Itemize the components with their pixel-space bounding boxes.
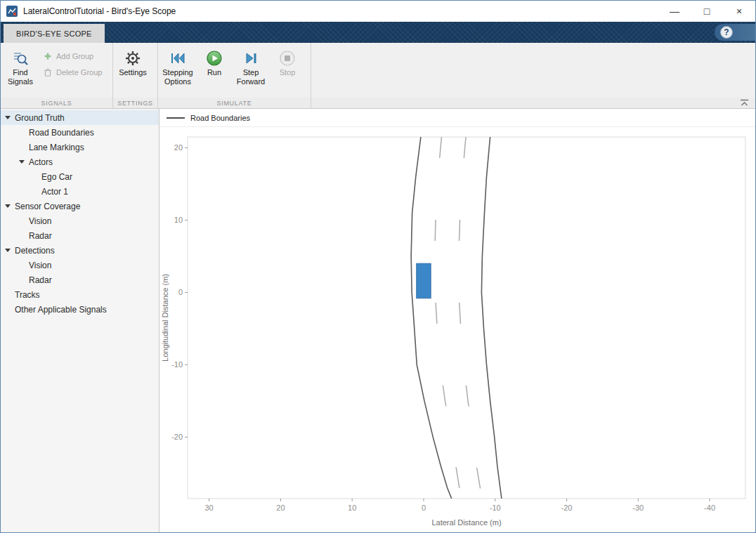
- tree-item-road-boundaries[interactable]: Road Boundaries: [1, 125, 159, 140]
- collapse-toolstrip-icon[interactable]: [739, 99, 750, 107]
- tree-item-other-applicable-signals[interactable]: Other Applicable Signals: [1, 302, 159, 317]
- delete-group-label: Delete Group: [56, 68, 102, 77]
- svg-text:-10: -10: [171, 360, 183, 369]
- stop-icon: [279, 48, 296, 68]
- toolbar-empty-area: [311, 43, 755, 98]
- toolstrip: Find Signals Add Group Delete Group: [1, 43, 755, 98]
- step-forward-label-1: Step: [243, 68, 259, 77]
- tree-item-detections-radar[interactable]: Radar: [1, 272, 159, 287]
- expand-arrow-icon[interactable]: [5, 249, 15, 252]
- tree-item-label: Lane Markings: [29, 143, 84, 152]
- svg-text:20: 20: [276, 504, 285, 512]
- find-signals-icon: [12, 48, 29, 68]
- tree-item-label: Actors: [29, 157, 53, 167]
- tab-birds-eye-scope[interactable]: BIRD'S-EYE SCOPE: [4, 24, 105, 43]
- close-button[interactable]: ×: [723, 1, 755, 22]
- app-window: LateralControlTutorial - Bird's-Eye Scop…: [0, 0, 756, 533]
- help-button[interactable]: ?: [720, 26, 733, 39]
- tree-item-detections-vision[interactable]: Vision: [1, 258, 159, 272]
- tree-item-lane-markings[interactable]: Lane Markings: [1, 140, 159, 154]
- app-icon: [6, 6, 18, 17]
- find-signals-label-2: Signals: [8, 77, 33, 86]
- step-forward-icon: [242, 48, 259, 68]
- tree-item-label: Radar: [29, 231, 52, 241]
- svg-text:-30: -30: [632, 504, 644, 512]
- help-band: ?: [715, 24, 755, 41]
- tree-item-tracks[interactable]: Tracks: [1, 287, 159, 302]
- tabstrip: BIRD'S-EYE SCOPE ?: [1, 22, 755, 43]
- scope-panel: Road Boundaries 3020100-10-20-30-4020100…: [159, 109, 755, 532]
- stepping-options-label-2: Options: [164, 77, 191, 86]
- svg-text:20: 20: [174, 143, 183, 152]
- plot-canvas[interactable]: 3020100-10-20-30-4020100-10-20Lateral Di…: [159, 127, 755, 532]
- find-signals-label-1: Find: [13, 68, 27, 77]
- tree-item-coverage-radar[interactable]: Radar: [1, 228, 159, 243]
- birds-eye-plot[interactable]: 3020100-10-20-30-4020100-10-20Lateral Di…: [159, 127, 755, 532]
- legend-label: Road Boundaries: [190, 114, 250, 122]
- expand-arrow-icon[interactable]: [19, 160, 29, 164]
- legend: Road Boundaries: [159, 109, 755, 127]
- svg-text:-40: -40: [704, 504, 715, 512]
- expand-arrow-icon[interactable]: [5, 204, 15, 208]
- window-title: LateralControlTutorial - Bird's-Eye Scop…: [23, 6, 176, 16]
- svg-text:10: 10: [174, 216, 183, 224]
- tree-item-label: Road Boundaries: [29, 128, 94, 138]
- tree-item-sensor-coverage[interactable]: Sensor Coverage: [1, 199, 159, 213]
- tree-item-detections[interactable]: Detections: [1, 243, 159, 258]
- toolbar-label-strip: SIGNALS SETTINGS SIMULATE: [1, 98, 755, 109]
- step-forward-button[interactable]: Step Forward: [233, 46, 269, 86]
- add-group-label: Add Group: [56, 52, 93, 60]
- add-group-button[interactable]: Add Group: [43, 51, 102, 61]
- stop-label: Stop: [280, 68, 296, 77]
- svg-text:Longitudinal Distance (m): Longitudinal Distance (m): [161, 274, 169, 362]
- toolbar-section-settings: Settings: [113, 43, 158, 98]
- tree-item-ego-car[interactable]: Ego Car: [1, 169, 159, 184]
- tree-item-actor-1[interactable]: Actor 1: [1, 184, 159, 199]
- tree-item-label: Detections: [15, 246, 55, 256]
- tree-item-label: Vision: [29, 216, 51, 226]
- stepping-options-label-1: Stepping: [162, 68, 193, 77]
- stepping-options-button[interactable]: Stepping Options: [159, 46, 196, 86]
- tree-item-label: Ego Car: [41, 172, 72, 182]
- tree-item-label: Vision: [29, 261, 51, 270]
- find-signals-button[interactable]: Find Signals: [2, 46, 39, 86]
- tree-item-label: Actor 1: [41, 187, 68, 197]
- maximize-button[interactable]: □: [691, 1, 723, 22]
- tree-item-actors[interactable]: Actors: [1, 154, 159, 169]
- settings-label: Settings: [119, 68, 147, 77]
- delete-group-button[interactable]: Delete Group: [43, 67, 102, 77]
- section-label-settings: SETTINGS: [113, 98, 158, 108]
- stepping-options-icon: [169, 48, 186, 68]
- tree-item-label: Ground Truth: [15, 113, 65, 123]
- section-label-simulate: SIMULATE: [158, 98, 311, 108]
- tree-item-ground-truth[interactable]: Ground Truth: [1, 110, 159, 125]
- tree-item-label: Other Applicable Signals: [15, 305, 107, 315]
- svg-text:30: 30: [204, 504, 213, 512]
- svg-text:-20: -20: [171, 433, 183, 441]
- tree-item-label: Tracks: [15, 290, 40, 300]
- expand-arrow-icon[interactable]: [5, 116, 15, 119]
- tree-item-label: Radar: [29, 275, 52, 285]
- legend-line: [167, 117, 185, 119]
- tree-item-coverage-vision[interactable]: Vision: [1, 213, 159, 228]
- add-group-icon: [43, 51, 53, 61]
- run-icon: [206, 48, 223, 68]
- svg-text:-20: -20: [561, 504, 573, 512]
- run-button[interactable]: Run: [196, 46, 233, 77]
- run-label: Run: [207, 68, 221, 77]
- svg-text:-10: -10: [490, 504, 501, 512]
- svg-text:0: 0: [178, 288, 183, 296]
- signal-tree: Ground Truth Road Boundaries Lane Markin…: [1, 109, 159, 532]
- stop-button[interactable]: Stop: [269, 46, 306, 77]
- step-forward-label-2: Forward: [237, 77, 265, 86]
- svg-text:Lateral Distance (m): Lateral Distance (m): [431, 518, 501, 527]
- svg-text:10: 10: [348, 504, 356, 512]
- toolbar-section-signals: Find Signals Add Group Delete Group: [1, 43, 113, 98]
- gear-icon: [124, 48, 141, 68]
- delete-group-icon: [43, 67, 53, 77]
- tree-item-label: Sensor Coverage: [15, 202, 80, 211]
- toolbar-section-simulate: Stepping Options Run: [158, 43, 311, 98]
- settings-button[interactable]: Settings: [115, 46, 151, 77]
- section-label-signals: SIGNALS: [1, 98, 113, 108]
- minimize-button[interactable]: —: [658, 1, 691, 22]
